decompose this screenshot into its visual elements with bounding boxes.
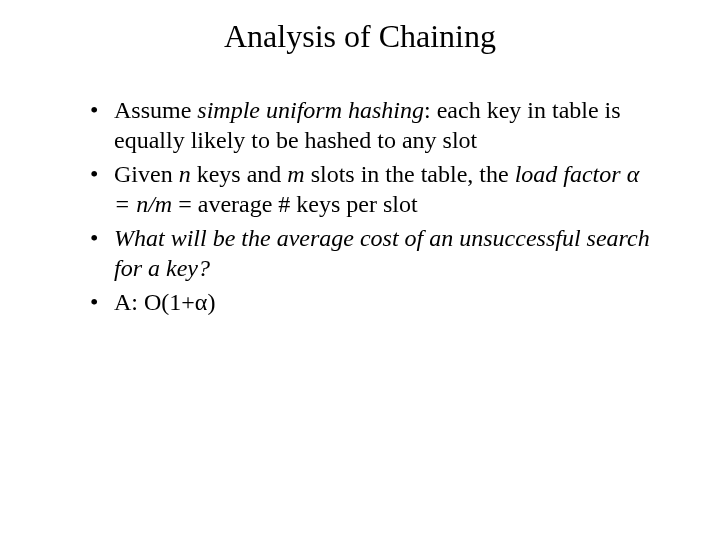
list-item: A: O(1+α) <box>90 287 650 317</box>
list-item: Assume simple uniform hashing: each key … <box>90 95 650 155</box>
text-run: Assume <box>114 97 197 123</box>
slide: Analysis of Chaining Assume simple unifo… <box>0 0 720 540</box>
list-item: What will be the average cost of an unsu… <box>90 223 650 283</box>
alpha-symbol: α <box>627 161 640 187</box>
text-run: Given <box>114 161 179 187</box>
alpha-symbol: α <box>195 289 208 315</box>
bullet-list: Assume simple uniform hashing: each key … <box>50 95 670 317</box>
slide-title: Analysis of Chaining <box>50 18 670 55</box>
text-run-italic: load factor <box>515 161 627 187</box>
text-run: slots in the table, the <box>305 161 515 187</box>
text-run-italic: m <box>287 161 304 187</box>
text-run-italic: simple uniform hashing <box>197 97 424 123</box>
text-run-italic: = n/m <box>114 191 172 217</box>
text-run: = average # keys per slot <box>172 191 417 217</box>
text-run-italic: n <box>179 161 191 187</box>
list-item: Given n keys and m slots in the table, t… <box>90 159 650 219</box>
text-run: ) <box>207 289 215 315</box>
text-run-italic: What will be the average cost of an unsu… <box>114 225 650 281</box>
text-run: keys and <box>191 161 288 187</box>
text-run: A: O(1+ <box>114 289 195 315</box>
